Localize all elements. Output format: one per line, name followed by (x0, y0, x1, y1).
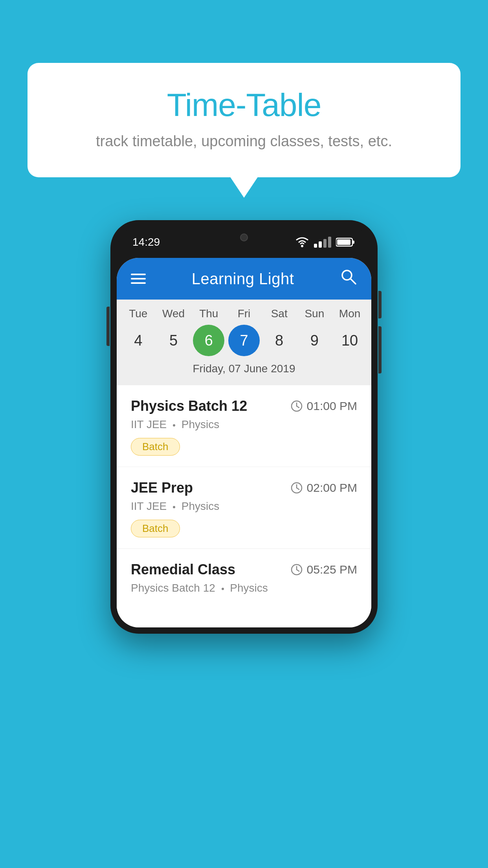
schedule-item-3-time: 05:25 PM (290, 563, 357, 576)
schedule-item-1[interactable]: Physics Batch 12 01:00 PM IIT JEE Physic… (117, 385, 371, 467)
day-10[interactable]: 10 (334, 325, 365, 356)
clock-icon-1 (290, 400, 303, 412)
day-numbers: 4 5 6 7 8 9 10 (121, 325, 367, 356)
schedule-item-1-badge: Batch (131, 438, 180, 456)
day-header-mon: Mon (334, 307, 365, 320)
app-bar: Learning Light (117, 258, 371, 300)
schedule-item-3-subtitle: Physics Batch 12 Physics (131, 582, 357, 594)
day-4[interactable]: 4 (123, 325, 154, 356)
menu-button[interactable] (131, 274, 146, 284)
menu-line-3 (131, 282, 146, 284)
schedule-item-3[interactable]: Remedial Class 05:25 PM Physics Batch 12… (117, 549, 371, 608)
svg-line-11 (297, 488, 299, 489)
speech-bubble-container: Time-Table track timetable, upcoming cla… (28, 63, 460, 177)
status-time: 14:29 (132, 236, 160, 248)
front-camera (240, 234, 248, 241)
day-header-tue: Tue (123, 307, 154, 320)
day-header-sun: Sun (299, 307, 330, 320)
day-8[interactable]: 8 (264, 325, 295, 356)
menu-line-2 (131, 278, 146, 280)
bubble-title: Time-Table (59, 86, 429, 123)
schedule-item-1-time: 01:00 PM (290, 399, 357, 413)
svg-rect-2 (337, 239, 350, 245)
notch (220, 226, 268, 248)
day-header-sat: Sat (264, 307, 295, 320)
power-button (378, 291, 382, 318)
svg-point-0 (301, 245, 303, 247)
schedule-item-2[interactable]: JEE Prep 02:00 PM IIT JEE Physics (117, 467, 371, 549)
calendar-strip: Tue Wed Thu Fri Sat Sun Mon 4 5 6 7 8 9 … (117, 300, 371, 385)
search-icon[interactable] (340, 268, 357, 289)
svg-line-5 (351, 279, 356, 284)
battery-icon (336, 237, 356, 247)
schedule-list: Physics Batch 12 01:00 PM IIT JEE Physic… (117, 385, 371, 608)
day-headers: Tue Wed Thu Fri Sat Sun Mon (121, 307, 367, 320)
schedule-item-2-header: JEE Prep 02:00 PM (131, 480, 357, 496)
wifi-icon (295, 237, 309, 248)
menu-line-1 (131, 274, 146, 275)
schedule-item-1-header: Physics Batch 12 01:00 PM (131, 398, 357, 414)
app-title: Learning Light (192, 270, 294, 288)
day-header-thu: Thu (193, 307, 224, 320)
svg-line-14 (297, 570, 299, 571)
day-9[interactable]: 9 (299, 325, 330, 356)
schedule-item-1-subtitle: IIT JEE Physics (131, 418, 357, 431)
phone-screen: Learning Light Tue Wed Thu Fri Sat Sun (117, 258, 371, 627)
schedule-item-2-title: JEE Prep (131, 480, 193, 496)
schedule-item-3-header: Remedial Class 05:25 PM (131, 561, 357, 578)
phone-bottom (117, 608, 371, 627)
svg-point-4 (342, 270, 352, 280)
schedule-item-2-time: 02:00 PM (290, 481, 357, 495)
status-bar: 14:29 (117, 226, 371, 258)
speech-bubble: Time-Table track timetable, upcoming cla… (28, 63, 460, 177)
volume-down-button (378, 326, 382, 373)
volume-button (106, 307, 110, 346)
day-6-today[interactable]: 6 (193, 325, 224, 356)
signal-icon (314, 237, 331, 248)
clock-icon-3 (290, 563, 303, 576)
status-icons (295, 237, 356, 248)
phone-mockup: 14:29 (110, 220, 378, 634)
svg-rect-3 (352, 241, 354, 244)
schedule-item-1-title: Physics Batch 12 (131, 398, 247, 414)
schedule-item-3-title: Remedial Class (131, 561, 235, 578)
selected-date-label: Friday, 07 June 2019 (121, 362, 367, 381)
day-5[interactable]: 5 (158, 325, 189, 356)
clock-icon-2 (290, 482, 303, 494)
day-header-fri: Fri (228, 307, 260, 320)
svg-line-8 (297, 406, 299, 408)
day-7-selected[interactable]: 7 (228, 325, 260, 356)
phone-body: 14:29 (110, 220, 378, 634)
bubble-subtitle: track timetable, upcoming classes, tests… (59, 133, 429, 150)
day-header-wed: Wed (158, 307, 189, 320)
schedule-item-2-subtitle: IIT JEE Physics (131, 500, 357, 513)
schedule-item-2-badge: Batch (131, 520, 180, 537)
